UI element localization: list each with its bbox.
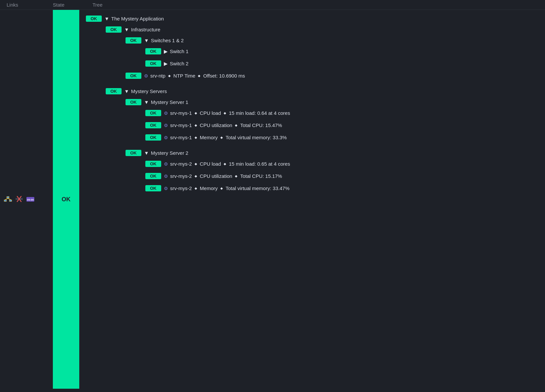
tree-panel: OK ▼ The Mystery Application OK ▼ Infras…	[79, 10, 545, 389]
tree-mys1-memory[interactable]: OK ⚙ srv-mys-1 ◆ Memory ◆ Total virtual …	[145, 132, 538, 143]
diamond-mys2-cpuload-2: ◆	[224, 162, 226, 166]
tree-mserver1[interactable]: OK ▼ Mystery Server 1	[126, 97, 538, 108]
diamond-ntp2: ◆	[198, 74, 200, 78]
svg-rect-7	[7, 197, 9, 198]
diamond-mys1-1: ◆	[195, 111, 197, 115]
main-content: 09:00 OK OK ▼ The Mystery Application OK…	[0, 10, 545, 389]
mys2-cpuutil-label: ⚙ srv-mys-2 ◆ CPU utilization ◆ Total CP…	[164, 173, 282, 179]
expand-icon-mserver2[interactable]: ▼	[144, 150, 149, 156]
service-icon-mys1-cpuload: ⚙	[164, 111, 168, 116]
tree-root[interactable]: OK ▼ The Mystery Application	[86, 13, 538, 24]
ok-badge-mys2-cpuload: OK	[145, 161, 161, 167]
expand-icon-mservers[interactable]: ▼	[124, 88, 129, 94]
mservers-label: ▼ Mystery Servers	[124, 88, 167, 94]
diamond-mys1-cpuutil-1: ◆	[195, 123, 197, 127]
expand-icon-root[interactable]: ▼	[104, 16, 109, 21]
header: Links State Tree	[0, 0, 545, 10]
expand-icon-infra[interactable]: ▼	[124, 27, 129, 32]
ok-badge-root: OK	[86, 16, 102, 22]
state-bar: OK	[53, 10, 79, 389]
ntp-label: ⚙ srv-ntp ◆ NTP Time ◆ Offset: 10.6900 m…	[144, 73, 245, 79]
diamond-mys2-cpuutil-2: ◆	[235, 174, 237, 178]
mys2-cpuload-label: ⚙ srv-mys-2 ◆ CPU load ◆ 15 min load: 0.…	[164, 161, 290, 167]
service-icon-mys2-cpuutil: ⚙	[164, 174, 168, 179]
tree-switch1[interactable]: OK ▶ Switch 1	[145, 46, 538, 57]
service-icon-mys1-memory: ⚙	[164, 135, 168, 140]
diamond-mys2-mem-1: ◆	[195, 186, 197, 190]
mys1-cpuload-label: ⚙ srv-mys-1 ◆ CPU load ◆ 15 min load: 0.…	[164, 110, 290, 116]
ok-badge-mservers: OK	[106, 88, 122, 94]
infra-label: ▼ Infrastructure	[124, 27, 160, 32]
ok-badge-mys2-memory: OK	[145, 185, 161, 191]
switch2-label: ▶ Switch 2	[164, 61, 189, 67]
ok-badge-mserver2: OK	[126, 150, 141, 156]
tree-mys1-cpuutil[interactable]: OK ⚙ srv-mys-1 ◆ CPU utilization ◆ Total…	[145, 120, 538, 131]
header-links[interactable]: Links	[0, 2, 53, 8]
root-label: ▼ The Mystery Application	[104, 16, 164, 21]
diamond-mys2-cpuutil-1: ◆	[195, 174, 197, 178]
diamond-mys2-cpuload-1: ◆	[195, 162, 197, 166]
tree-ntp[interactable]: OK ⚙ srv-ntp ◆ NTP Time ◆ Offset: 10.690…	[126, 70, 538, 81]
disconnect-icon[interactable]	[15, 194, 24, 205]
diamond-mys1-cpuutil-2: ◆	[235, 123, 237, 127]
left-panel: 09:00	[0, 10, 53, 389]
header-tree: Tree	[92, 2, 102, 8]
expand-icon-switch1[interactable]: ▶	[164, 49, 168, 54]
switches-label: ▼ Switches 1 & 2	[144, 38, 184, 43]
service-icon-mys1-cpuutil: ⚙	[164, 123, 168, 128]
expand-icon-mserver1[interactable]: ▼	[144, 99, 149, 105]
service-icon-mys2-cpuload: ⚙	[164, 161, 168, 167]
ok-badge-switches: OK	[126, 37, 141, 44]
ok-badge-ntp: OK	[126, 73, 141, 79]
mserver1-label: ▼ Mystery Server 1	[144, 99, 188, 105]
tree-mys2-memory[interactable]: OK ⚙ srv-mys-2 ◆ Memory ◆ Total virtual …	[145, 183, 538, 194]
header-state: State	[53, 2, 92, 8]
tree-infrastructure[interactable]: OK ▼ Infrastructure	[106, 24, 538, 35]
mys2-memory-label: ⚙ srv-mys-2 ◆ Memory ◆ Total virtual mem…	[164, 185, 289, 191]
ok-badge-switch2: OK	[145, 60, 161, 67]
time-icon[interactable]: 09:00	[26, 194, 35, 205]
svg-rect-5	[4, 200, 6, 201]
diamond-mys2-mem-2: ◆	[220, 186, 223, 190]
ok-badge-mys1-cpuload: OK	[145, 110, 161, 116]
ok-badge-infra: OK	[106, 26, 122, 33]
svg-rect-6	[10, 200, 12, 201]
diamond-mys1-mem-1: ◆	[195, 136, 197, 139]
tree-mys2-cpuutil[interactable]: OK ⚙ srv-mys-2 ◆ CPU utilization ◆ Total…	[145, 171, 538, 181]
ok-badge-mys1-cpuutil: OK	[145, 122, 161, 128]
ok-badge-mys1-memory: OK	[145, 134, 161, 141]
tree-mys2-cpuload[interactable]: OK ⚙ srv-mys-2 ◆ CPU load ◆ 15 min load:…	[145, 158, 538, 169]
svg-line-4	[8, 198, 11, 200]
ok-badge-mys2-cpuutil: OK	[145, 173, 161, 179]
tree-switch2[interactable]: OK ▶ Switch 2	[145, 58, 538, 69]
network-icon[interactable]	[3, 194, 13, 205]
service-icon-mys2-memory: ⚙	[164, 186, 168, 191]
tree-mys1-cpuload[interactable]: OK ⚙ srv-mys-1 ◆ CPU load ◆ 15 min load:…	[145, 108, 538, 118]
switch1-label: ▶ Switch 1	[164, 49, 189, 54]
tree-mystery-servers[interactable]: OK ▼ Mystery Servers	[106, 86, 538, 97]
ok-badge-mserver1: OK	[126, 99, 141, 105]
service-icon-ntp: ⚙	[144, 73, 148, 79]
tree-mserver2[interactable]: OK ▼ Mystery Server 2	[126, 147, 538, 158]
expand-icon-switches[interactable]: ▼	[144, 38, 149, 43]
diamond-mys1-mem-2: ◆	[220, 136, 223, 139]
svg-line-3	[5, 198, 8, 200]
expand-icon-switch2[interactable]: ▶	[164, 61, 168, 67]
tree-switches[interactable]: OK ▼ Switches 1 & 2	[126, 35, 538, 46]
mys1-memory-label: ⚙ srv-mys-1 ◆ Memory ◆ Total virtual mem…	[164, 135, 287, 140]
diamond-mys1-2: ◆	[224, 111, 226, 115]
diamond-ntp1: ◆	[168, 74, 171, 78]
svg-text:09:00: 09:00	[27, 198, 34, 201]
mserver2-label: ▼ Mystery Server 2	[144, 150, 188, 156]
mys1-cpuutil-label: ⚙ srv-mys-1 ◆ CPU utilization ◆ Total CP…	[164, 122, 282, 128]
ok-badge-switch1: OK	[145, 48, 161, 54]
